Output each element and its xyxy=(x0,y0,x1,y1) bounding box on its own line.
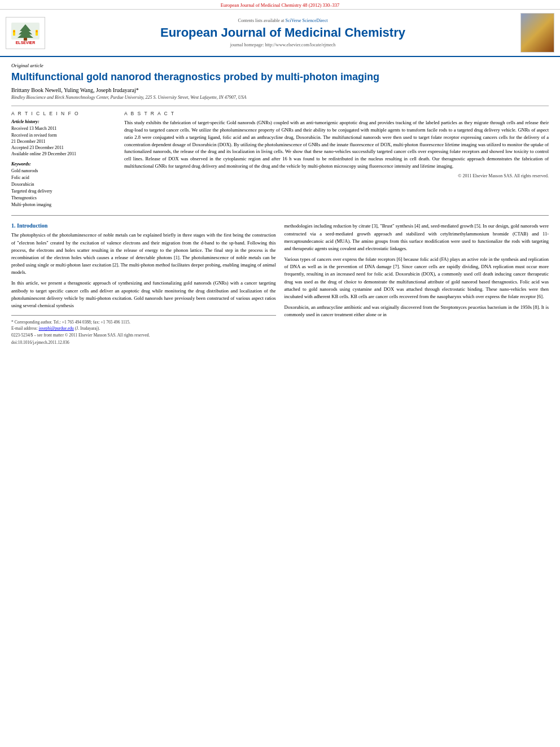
elsevier-logo: ELSEVIER xyxy=(6,17,45,49)
elsevier-tree-icon: ELSEVIER xyxy=(8,20,42,45)
contents-available-line: Contents lists available at SciVerse Sci… xyxy=(51,18,515,23)
article-info-column: A R T I C L E I N F O Article history: R… xyxy=(11,111,116,208)
body-columns: 1. Introduction The photophysics of the … xyxy=(11,222,549,344)
journal-cover-thumb xyxy=(520,13,554,53)
journal-homepage: journal homepage: http://www.elsevier.co… xyxy=(51,42,515,47)
article-content: Original article Multifunctional gold na… xyxy=(0,57,560,351)
section1-heading: 1. Introduction xyxy=(11,222,276,229)
abstract-text: This study exhibits the fabrication of t… xyxy=(124,119,549,169)
body-paragraph-4: Various types of cancers over express th… xyxy=(285,256,549,300)
journal-header: ELSEVIER Contents lists available at Sci… xyxy=(0,10,560,57)
keyword-1: Gold nanorods xyxy=(11,168,116,174)
keyword-4: Targeted drug delivery xyxy=(11,188,116,195)
email-link[interactable]: josephi@purdue.edu xyxy=(39,326,74,331)
article-info-heading: A R T I C L E I N F O xyxy=(11,111,116,116)
email-person: (J. Irudayaraj). xyxy=(75,326,100,331)
journal-citation-text: European Journal of Medicinal Chemistry … xyxy=(221,2,339,8)
available-date: Available online 29 December 2011 xyxy=(11,151,116,157)
copyright-line: © 2011 Elsevier Masson SAS. All rights r… xyxy=(124,173,549,178)
received-revised-date: 21 December 2011 xyxy=(11,138,116,145)
body-paragraph-2: In this article, we present a theragnost… xyxy=(11,279,276,309)
keyword-3: Doxorubicin xyxy=(11,181,116,188)
section1-number: 1. xyxy=(11,222,17,229)
article-history: Article history: Received 13 March 2011 … xyxy=(11,119,116,157)
email-label: E-mail address: xyxy=(11,326,38,331)
keywords-section: Keywords: Gold nanorods Folic acid Doxor… xyxy=(11,161,116,208)
issn-line: 0223-5234/$ – see front matter © 2011 El… xyxy=(11,332,276,338)
contents-label: Contents lists available at xyxy=(238,18,285,23)
accepted-date: Accepted 23 December 2011 xyxy=(11,145,116,151)
journal-header-center: Contents lists available at SciVerse Sci… xyxy=(51,18,515,47)
history-label: Article history: xyxy=(11,119,116,124)
body-paragraph-1: The photophysics of the photoluminescenc… xyxy=(11,231,276,276)
article-meta-columns: A R T I C L E I N F O Article history: R… xyxy=(11,106,549,208)
article-type: Original article xyxy=(11,63,549,68)
journal-citation-bar: European Journal of Medicinal Chemistry … xyxy=(0,0,560,10)
keywords-label: Keywords: xyxy=(11,161,116,167)
homepage-text: journal homepage: http://www.elsevier.co… xyxy=(230,42,336,47)
keyword-6: Multi-photon imaging xyxy=(11,202,116,208)
journal-title: European Journal of Medicinal Chemistry xyxy=(51,25,515,40)
svg-text:ELSEVIER: ELSEVIER xyxy=(16,41,36,45)
email-note: E-mail address: josephi@purdue.edu (J. I… xyxy=(11,325,276,331)
doi-text: doi:10.1016/j.ejmech.2011.12.036 xyxy=(11,340,69,345)
body-paragraph-3: methodologies including reduction by cit… xyxy=(285,222,549,252)
authors-line: Brittany Book Newell, Yuling Wang, Josep… xyxy=(11,87,549,93)
section1-title: Introduction xyxy=(17,222,47,229)
affiliation-line: Bindley Bioscience and Birck Nanotechnol… xyxy=(11,95,549,100)
received-revised-label: Received in revised form xyxy=(11,132,116,138)
received-date: Received 13 March 2011 xyxy=(11,125,116,132)
footnote-area: * Corresponding author. Tel.: +1 765 494… xyxy=(11,315,276,345)
body-paragraph-5: Doxorubicin, an anthracycline antibiotic… xyxy=(285,304,549,318)
authors-text: Brittany Book Newell, Yuling Wang, Josep… xyxy=(11,87,139,93)
body-col-right: methodologies including reduction by cit… xyxy=(285,222,549,344)
keyword-2: Folic acid xyxy=(11,174,116,181)
article-title: Multifunctional gold nanorod theragnosti… xyxy=(11,71,549,84)
corresponding-author-note: * Corresponding author. Tel.: +1 765 494… xyxy=(11,319,276,325)
abstract-column: A B S T R A C T This study exhibits the … xyxy=(124,111,549,208)
doi-line: doi:10.1016/j.ejmech.2011.12.036 xyxy=(11,340,276,345)
keyword-5: Theragnostics xyxy=(11,195,116,202)
body-col-left: 1. Introduction The photophysics of the … xyxy=(11,222,276,344)
section-divider xyxy=(11,215,549,216)
abstract-heading: A B S T R A C T xyxy=(124,111,549,116)
sciverse-link[interactable]: SciVerse ScienceDirect xyxy=(286,18,328,23)
